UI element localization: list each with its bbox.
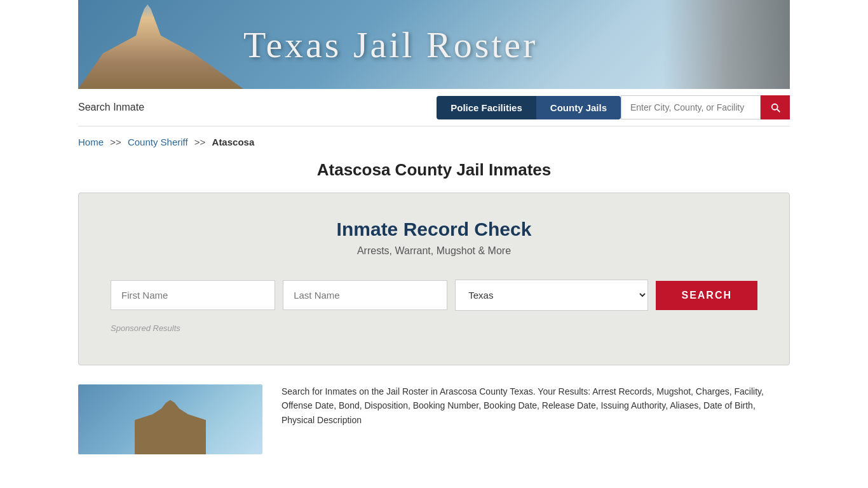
breadcrumb-sep1: >> (110, 137, 121, 147)
search-inmate-label: Search Inmate (78, 102, 144, 113)
police-facilities-button[interactable]: Police Facilities (437, 96, 536, 119)
record-check-form: Texas Alabama Alaska Arizona Arkansas Ca… (111, 280, 757, 311)
record-check-title: Inmate Record Check (111, 219, 757, 240)
record-check-subtitle: Arrests, Warrant, Mugshot & More (111, 245, 757, 257)
page-title: Atascosa County Jail Inmates (78, 160, 790, 180)
state-select[interactable]: Texas Alabama Alaska Arizona Arkansas Ca… (455, 280, 648, 311)
nav-area: Search Inmate Police Facilities County J… (78, 89, 790, 126)
record-search-button[interactable]: SEARCH (656, 281, 757, 310)
facility-search-input[interactable] (621, 95, 761, 119)
nav-right: Police Facilities County Jails (437, 95, 790, 119)
facility-search-button[interactable] (761, 95, 790, 119)
building-silhouette (126, 397, 215, 454)
county-building-image (78, 384, 262, 454)
site-title: Texas Jail Roster (243, 24, 538, 66)
county-jails-button[interactable]: County Jails (536, 96, 621, 119)
record-check-box: Inmate Record Check Arrests, Warrant, Mu… (78, 193, 790, 365)
bottom-section: Search for Inmates on the Jail Roster in… (78, 384, 790, 473)
header-banner: Texas Jail Roster (78, 0, 790, 89)
sponsored-results-label: Sponsored Results (111, 323, 757, 333)
breadcrumb-county-sheriff[interactable]: County Sheriff (128, 137, 188, 147)
breadcrumb-home[interactable]: Home (78, 137, 104, 147)
last-name-input[interactable] (283, 280, 447, 310)
breadcrumb-current: Atascosa (212, 137, 255, 147)
capitol-building-image (78, 0, 243, 89)
bottom-description: Search for Inmates on the Jail Roster in… (281, 384, 790, 454)
first-name-input[interactable] (111, 280, 275, 310)
breadcrumb-sep2: >> (194, 137, 206, 147)
keys-image (663, 0, 790, 89)
breadcrumb: Home >> County Sheriff >> Atascosa (78, 126, 790, 154)
search-icon (770, 102, 781, 113)
